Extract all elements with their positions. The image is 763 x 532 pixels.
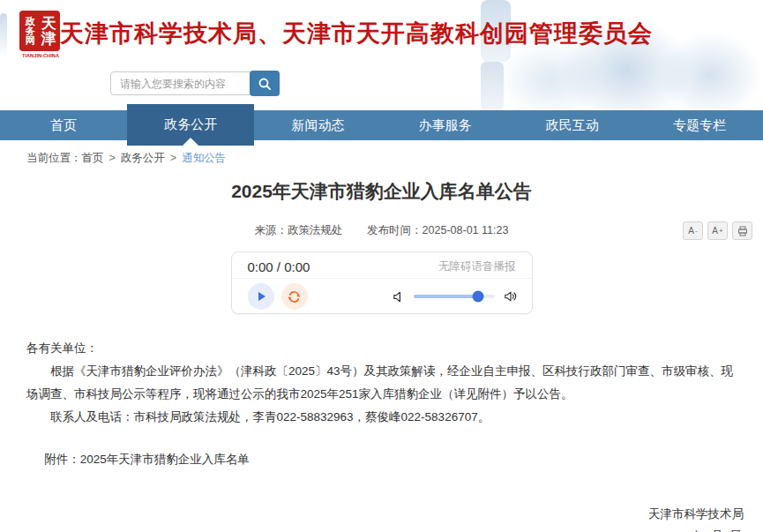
printer-icon xyxy=(737,226,748,236)
site-title: 天津市科学技术局、天津市天开高教科创园管理委员会 xyxy=(60,18,653,49)
page: 天津 政务网 TIANJIN-CHINA 天津市科学技术局、天津市天开高教科创园… xyxy=(0,0,763,532)
header-watermark-art xyxy=(481,0,763,110)
font-increase-button[interactable]: A+ xyxy=(707,221,728,240)
search-bar xyxy=(110,71,280,96)
audio-player-header: 0:00 / 0:00 无障碍语音播报 xyxy=(232,252,532,279)
signature-block: 天津市科学技术局 2025年8月1日 xyxy=(0,503,763,532)
nav-item-special-topics[interactable]: 专题专栏 xyxy=(636,110,763,140)
loop-icon xyxy=(287,289,302,304)
article-title: 2025年天津市猎豹企业入库名单公告 xyxy=(0,179,763,204)
volume-slider[interactable] xyxy=(414,295,495,298)
volume-slider-fill xyxy=(414,295,479,298)
seal-text-right: 天津 xyxy=(41,16,57,46)
signature-org: 天津市科学技术局 xyxy=(19,503,744,525)
main-nav: 首页 政务公开 新闻动态 办事服务 政民互动 专题专栏 xyxy=(0,110,763,140)
play-button[interactable] xyxy=(248,283,274,310)
paragraph-announcement: 根据《天津市猎豹企业评价办法》（津科政〔2025〕43号）及其政策解读，经企业自… xyxy=(26,360,737,406)
volume-slider-thumb[interactable] xyxy=(473,291,484,303)
search-button[interactable] xyxy=(250,71,280,96)
paragraph-contacts: 联系人及电话：市科技局政策法规处，李青022-58832963，蔡俊峰022-5… xyxy=(26,406,737,429)
audio-player: 0:00 / 0:00 无障碍语音播报 xyxy=(231,251,533,314)
print-button[interactable] xyxy=(732,221,752,240)
volume-controls xyxy=(392,289,518,303)
article: 2025年天津市猎豹企业入库名单公告 来源：政策法规处 发布时间：2025-08… xyxy=(0,179,763,532)
article-meta: 来源：政策法规处 发布时间：2025-08-01 11:23 A- A+ xyxy=(0,223,763,244)
salutation: 各有关单位： xyxy=(26,337,737,360)
font-tools: A- A+ xyxy=(683,221,752,240)
signature-date: 2025年8月1日 xyxy=(19,525,744,532)
breadcrumb: 当前位置：首页>政务公开>通知公告 xyxy=(0,140,763,170)
nav-item-services[interactable]: 办事服务 xyxy=(382,110,509,140)
replay-button[interactable] xyxy=(281,283,308,310)
site-logo: 天津 政务网 TIANJIN-CHINA xyxy=(19,11,62,58)
nav-item-home[interactable]: 首页 xyxy=(0,110,127,140)
article-body: 各有关单位： 根据《天津市猎豹企业评价办法》（津科政〔2025〕43号）及其政策… xyxy=(0,337,763,429)
seal-subtext: TIANJIN-CHINA xyxy=(20,53,61,58)
tianjin-gov-seal-icon: 天津 政务网 xyxy=(19,11,60,51)
breadcrumb-home-link[interactable]: 首页 xyxy=(82,152,104,164)
volume-loud-icon[interactable] xyxy=(504,289,518,303)
breadcrumb-label: 当前位置： xyxy=(26,152,82,164)
nav-item-gov-disclosure[interactable]: 政务公开 xyxy=(127,104,254,146)
search-input[interactable] xyxy=(110,71,251,95)
header-left-decoration xyxy=(0,13,7,57)
site-header: 天津 政务网 TIANJIN-CHINA 天津市科学技术局、天津市天开高教科创园… xyxy=(0,0,763,110)
font-decrease-button[interactable]: A- xyxy=(683,221,703,240)
volume-mute-icon[interactable] xyxy=(392,290,405,303)
nav-item-news[interactable]: 新闻动态 xyxy=(254,110,381,140)
play-icon xyxy=(254,289,268,303)
article-publish-time: 发布时间：2025-08-01 11:23 xyxy=(367,224,508,236)
nav-item-interaction[interactable]: 政民互动 xyxy=(509,110,636,140)
audio-time: 0:00 / 0:00 xyxy=(248,259,310,274)
breadcrumb-current[interactable]: 通知公告 xyxy=(182,152,226,164)
audio-caption: 无障碍语音播报 xyxy=(438,259,516,274)
seal-text-left: 政务网 xyxy=(22,17,39,46)
search-icon xyxy=(258,77,272,91)
breadcrumb-section-link[interactable]: 政务公开 xyxy=(121,152,165,164)
audio-player-controls xyxy=(232,279,532,314)
article-source: 来源：政策法规处 xyxy=(255,224,343,236)
attachment-line: 附件：2025年天津市猎豹企业入库名单 xyxy=(0,452,763,468)
